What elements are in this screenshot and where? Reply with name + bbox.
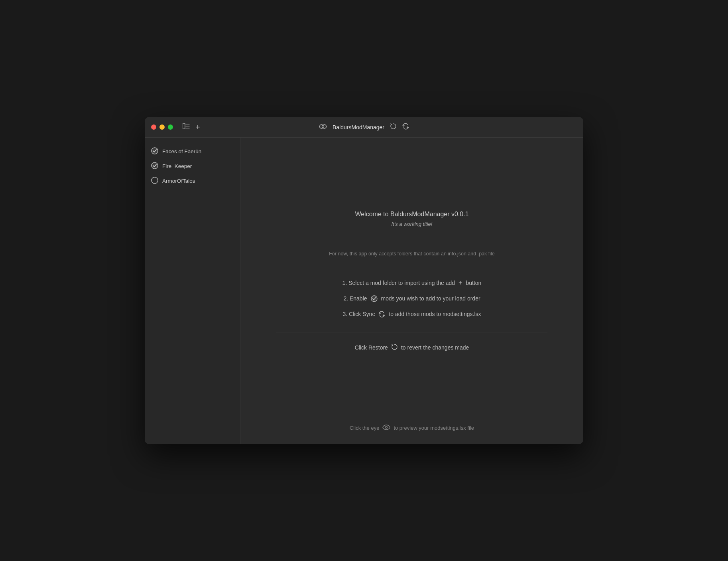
step-3: 3. Click Sync to add those mods to modse… xyxy=(342,311,481,318)
sidebar-toggle-icon[interactable] xyxy=(183,123,190,131)
app-window: + BaldursModManager xyxy=(145,117,583,444)
sidebar-item-label: Fire_Keeper xyxy=(162,163,192,169)
eye-prefix: Click the eye xyxy=(350,425,379,431)
restore-suffix: to revert the changes made xyxy=(401,344,469,351)
restore-icon-titlebar[interactable] xyxy=(390,123,397,132)
restore-prefix: Click Restore xyxy=(355,344,388,351)
divider-top xyxy=(276,268,547,268)
restore-row: Click Restore to revert the changes made xyxy=(355,344,469,352)
main-content: Welcome to BaldursModManager v0.0.1 It's… xyxy=(240,138,583,444)
sidebar-item-fire-keeper[interactable]: Fire_Keeper xyxy=(145,159,240,174)
app-title: BaldursModManager xyxy=(333,124,384,130)
step-2: 2. Enable mods you wish to add to your l… xyxy=(343,295,480,302)
close-button[interactable] xyxy=(151,124,156,130)
svg-point-4 xyxy=(322,125,324,127)
traffic-lights xyxy=(151,124,173,130)
minimize-button[interactable] xyxy=(159,124,165,130)
svg-point-10 xyxy=(371,296,377,302)
sidebar-item-armor-of-talos[interactable]: ArmorOfTalos xyxy=(145,174,240,188)
titlebar-left-icons: + xyxy=(183,123,200,131)
eye-inline-icon xyxy=(382,425,390,431)
step3-text: 3. Click Sync xyxy=(342,311,375,317)
welcome-subtitle: It's a working title! xyxy=(392,221,433,227)
eye-icon xyxy=(319,124,327,131)
sidebar: Faces of Faerûn Fire_Keeper xyxy=(145,138,240,444)
svg-point-11 xyxy=(386,427,388,429)
titlebar: + BaldursModManager xyxy=(145,117,583,138)
checked-icon xyxy=(151,162,158,170)
restore-inline-icon xyxy=(391,344,398,352)
sidebar-item-label: Faces of Faerûn xyxy=(162,148,201,154)
step1-suffix: button xyxy=(466,280,481,286)
add-inline-icon: + xyxy=(458,279,462,286)
step3-suffix: to add those mods to modsettings.lsx xyxy=(389,311,481,317)
sidebar-item-faces-of-faerun[interactable]: Faces of Faerûn xyxy=(145,144,240,159)
step2-suffix: mods you wish to add to your load order xyxy=(381,295,480,302)
steps-container: 1. Select a mod folder to import using t… xyxy=(256,279,567,318)
content-area: Faces of Faerûn Fire_Keeper xyxy=(145,138,583,444)
welcome-title: Welcome to BaldursModManager v0.0.1 xyxy=(355,211,468,218)
step1-text: 1. Select a mod folder to import using t… xyxy=(342,280,455,286)
info-note: For now, this app only accepts folders t… xyxy=(329,251,495,257)
maximize-button[interactable] xyxy=(168,124,173,130)
svg-point-8 xyxy=(152,162,158,169)
enable-inline-icon xyxy=(371,295,378,302)
svg-rect-0 xyxy=(183,123,185,129)
titlebar-center: BaldursModManager xyxy=(319,123,409,132)
svg-point-6 xyxy=(152,148,158,154)
svg-point-9 xyxy=(152,177,158,184)
sync-icon-titlebar[interactable] xyxy=(402,123,409,132)
divider-middle xyxy=(276,332,547,332)
add-icon[interactable]: + xyxy=(195,123,200,131)
step-1: 1. Select a mod folder to import using t… xyxy=(342,279,482,286)
checked-icon xyxy=(151,147,158,156)
eye-suffix: to preview your modsettings.lsx file xyxy=(394,425,474,431)
eye-row: Click the eye to preview your modsetting… xyxy=(350,425,474,431)
sync-inline-icon xyxy=(378,311,385,318)
step2-text: 2. Enable xyxy=(343,295,367,302)
unchecked-icon xyxy=(151,177,158,185)
sidebar-item-label: ArmorOfTalos xyxy=(162,178,195,184)
